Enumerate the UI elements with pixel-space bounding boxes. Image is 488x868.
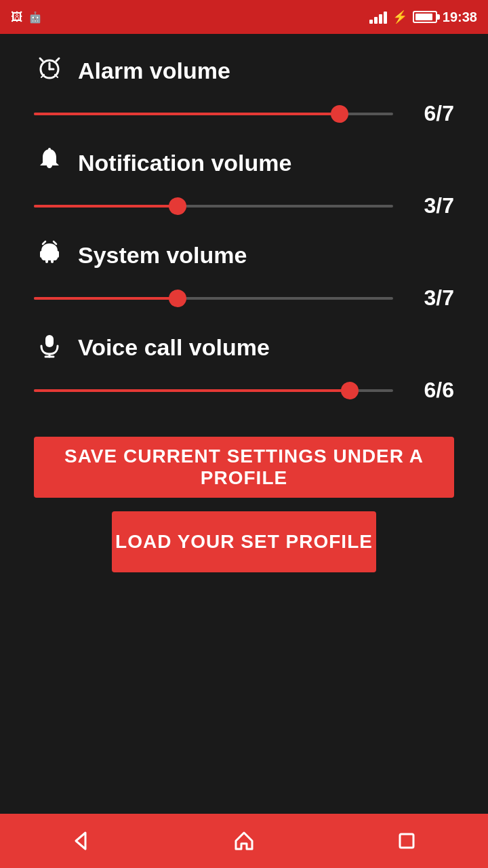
signal-bars xyxy=(369,10,387,24)
system-volume-title: System volume xyxy=(78,242,247,269)
notification-volume-title: Notification volume xyxy=(78,150,291,176)
system-thumb[interactable] xyxy=(169,290,186,307)
svg-rect-15 xyxy=(51,259,54,263)
system-track xyxy=(34,297,393,300)
status-time: 19:38 xyxy=(443,9,477,25)
svg-rect-14 xyxy=(45,259,48,263)
alarm-volume-section: Alarm volume 6/7 xyxy=(34,54,454,126)
battery-container: 94% xyxy=(413,11,437,23)
nav-bar xyxy=(0,814,488,868)
voice-volume-header: Voice call volume xyxy=(34,331,454,364)
svg-rect-23 xyxy=(400,834,413,848)
back-button[interactable] xyxy=(61,821,102,861)
svg-marker-21 xyxy=(76,833,85,849)
svg-marker-22 xyxy=(236,833,252,849)
alarm-icon xyxy=(34,54,64,87)
svg-point-10 xyxy=(44,250,47,252)
gallery-icon: 🖼 xyxy=(11,10,23,24)
buttons-area: SAVE CURRENT SETTINGS UNDER A PROFILE LO… xyxy=(34,437,454,572)
voice-slider[interactable] xyxy=(34,384,393,397)
android-icon xyxy=(34,239,64,272)
alarm-slider-row: 6/7 xyxy=(34,101,454,126)
status-bar-left: 🖼 🤖 xyxy=(11,10,42,24)
system-fill xyxy=(34,297,178,300)
recents-button[interactable] xyxy=(386,821,427,861)
notification-value: 3/7 xyxy=(407,193,454,218)
system-slider[interactable] xyxy=(34,292,393,305)
svg-line-16 xyxy=(43,241,45,244)
svg-line-3 xyxy=(40,58,43,61)
home-button[interactable] xyxy=(224,821,264,861)
notification-thumb[interactable] xyxy=(169,197,186,215)
notification-fill xyxy=(34,205,178,208)
alarm-fill xyxy=(34,113,340,115)
notification-slider[interactable] xyxy=(34,199,393,213)
save-profile-button[interactable]: SAVE CURRENT SETTINGS UNDER A PROFILE xyxy=(34,437,454,498)
alarm-slider[interactable] xyxy=(34,107,393,121)
notification-volume-header: Notification volume xyxy=(34,146,454,180)
alarm-volume-title: Alarm volume xyxy=(78,58,230,84)
signal-bar-4 xyxy=(384,12,387,24)
mic-icon xyxy=(34,331,64,364)
notification-icon: 🤖 xyxy=(28,11,42,24)
voice-fill xyxy=(34,389,350,392)
alarm-track xyxy=(34,113,393,115)
load-profile-button[interactable]: LOAD YOUR SET PROFILE xyxy=(112,511,376,572)
signal-bar-1 xyxy=(369,20,373,24)
notification-slider-row: 3/7 xyxy=(34,193,454,218)
svg-point-11 xyxy=(52,250,55,252)
voice-volume-title: Voice call volume xyxy=(78,334,270,361)
alarm-volume-header: Alarm volume xyxy=(34,54,454,87)
system-volume-section: System volume 3/7 xyxy=(34,239,454,311)
notification-track xyxy=(34,205,393,208)
svg-rect-13 xyxy=(56,251,59,258)
svg-rect-12 xyxy=(40,251,43,258)
main-content: Alarm volume 6/7 Notification volume xyxy=(0,34,488,593)
notification-volume-section: Notification volume 3/7 xyxy=(34,146,454,218)
svg-rect-18 xyxy=(45,335,54,347)
svg-line-4 xyxy=(56,58,59,61)
voice-track xyxy=(34,389,393,392)
system-slider-row: 3/7 xyxy=(34,285,454,311)
battery-percent: 94% xyxy=(414,12,436,22)
charging-icon: ⚡ xyxy=(392,9,407,24)
status-bar-right: ⚡ 94% 19:38 xyxy=(369,9,477,25)
svg-line-17 xyxy=(54,241,56,244)
signal-bar-2 xyxy=(374,17,378,24)
system-volume-header: System volume xyxy=(34,239,454,272)
voice-value: 6/6 xyxy=(407,378,454,403)
voice-slider-row: 6/6 xyxy=(34,378,454,403)
svg-rect-7 xyxy=(48,148,51,151)
signal-bar-3 xyxy=(379,14,382,24)
voice-thumb[interactable] xyxy=(341,382,359,399)
voice-volume-section: Voice call volume 6/6 xyxy=(34,331,454,403)
battery-icon: 94% xyxy=(413,11,437,23)
bell-icon xyxy=(34,146,64,180)
alarm-thumb[interactable] xyxy=(331,105,348,123)
alarm-value: 6/7 xyxy=(407,101,454,126)
system-value: 3/7 xyxy=(407,285,454,311)
status-bar: 🖼 🤖 ⚡ 94% 19:38 xyxy=(0,0,488,34)
